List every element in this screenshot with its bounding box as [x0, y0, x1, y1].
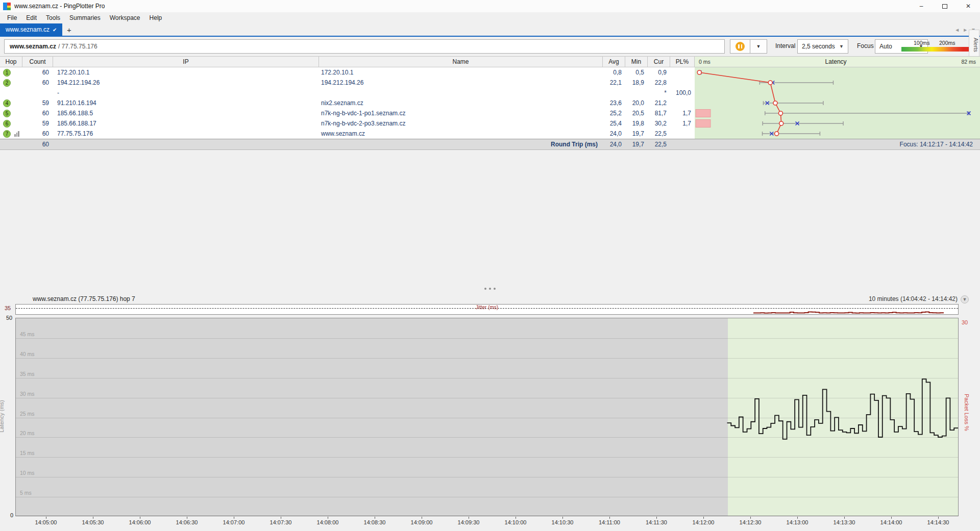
x-axis-tick	[609, 517, 610, 519]
trace-table-row[interactable]: -*100,0	[0, 88, 980, 98]
col-header-hop[interactable]: Hop	[0, 57, 22, 67]
chevron-down-icon[interactable]: ▼	[961, 295, 969, 304]
x-axis-label: 14:07:00	[212, 519, 255, 525]
footer-count: 60	[22, 139, 53, 149]
min-cell: 18,9	[625, 78, 648, 88]
col-header-count[interactable]: Count	[22, 57, 53, 67]
pl-cell: 1,7	[670, 118, 695, 129]
hop-cell: 7	[0, 129, 22, 139]
menu-tools[interactable]: Tools	[41, 12, 65, 23]
jitter-scale-max: 35	[5, 305, 11, 311]
interval-value: 2,5 seconds	[802, 43, 835, 50]
footer-hop-cell	[0, 139, 22, 149]
avg-cell: 23,6	[603, 98, 625, 108]
x-axis-label: 14:08:30	[353, 519, 396, 525]
menu-help[interactable]: Help	[145, 12, 167, 23]
x-axis-tick	[328, 517, 328, 519]
trace-table-header: Hop Count IP Name Avg Min Cur PL% 0 ms L…	[0, 56, 980, 67]
trace-table-row[interactable]: 76077.75.75.176www.seznam.cz24,019,722,5	[0, 129, 980, 139]
x-axis-label: 14:13:30	[823, 519, 866, 525]
latency-scale-max: 50	[6, 315, 12, 321]
trace-table-row[interactable]: 659185.66.188.17n7k-ng-b-vdc-2-po3.sezna…	[0, 118, 980, 129]
target-input[interactable]: www.seznam.cz / 77.75.75.176	[4, 39, 725, 54]
round-trip-row: 60 Round Trip (ms) 24,0 19,7 22,5 Focus:…	[0, 139, 980, 150]
close-button[interactable]: ✕	[957, 0, 980, 12]
x-axis-tick	[797, 517, 798, 519]
menu-edit[interactable]: Edit	[21, 12, 41, 23]
x-axis-tick	[844, 517, 845, 519]
cur-cell: 81,7	[648, 108, 670, 118]
x-axis-tick	[656, 517, 657, 519]
timeline-plot-area[interactable]: 45 ms40 ms35 ms30 ms25 ms20 ms15 ms10 ms…	[15, 318, 959, 516]
maximize-button[interactable]	[933, 0, 957, 12]
trace-table-row[interactable]: 45991.210.16.194nix2.seznam.cz23,620,021…	[0, 98, 980, 108]
col-header-min[interactable]: Min	[625, 57, 648, 67]
pause-icon	[736, 42, 745, 51]
tab-www-seznam-cz[interactable]: www.seznam.cz ✔	[0, 23, 62, 36]
pause-options-caret[interactable]: ▼	[750, 39, 767, 54]
minimize-button[interactable]: –	[910, 0, 933, 12]
latency-graph-cell	[695, 129, 980, 139]
x-axis-tick	[703, 517, 704, 519]
x-axis-label: 14:09:30	[447, 519, 490, 525]
cur-cell: 21,2	[648, 98, 670, 108]
latency-graph-cell	[695, 67, 980, 78]
packet-loss-axis-label: Packet Loss %	[964, 394, 970, 431]
tab-scroll-left-icon[interactable]: ◄	[954, 27, 960, 33]
menu-file[interactable]: File	[3, 12, 21, 23]
new-tab-button[interactable]: +	[62, 23, 76, 36]
x-axis-tick	[187, 517, 187, 519]
count-cell	[22, 88, 53, 98]
x-axis-label: 14:11:00	[588, 519, 631, 525]
alerts-side-tab[interactable]: Alerts	[969, 30, 979, 60]
trace-table-row[interactable]: 560185.66.188.5n7k-ng-b-vdc-1-po1.seznam…	[0, 108, 980, 118]
x-axis-label: 14:14:30	[917, 519, 960, 525]
col-header-ip[interactable]: IP	[53, 57, 319, 67]
x-axis-tick	[375, 517, 375, 519]
interval-select[interactable]: 2,5 seconds ▼	[797, 39, 848, 54]
trace-table-row[interactable]: 160172.20.10.1172.20.10.10,80,50,9	[0, 67, 980, 78]
tab-scroll-right-icon[interactable]: ►	[963, 27, 968, 33]
name-cell: nix2.seznam.cz	[319, 98, 603, 108]
jitter-line	[16, 305, 958, 314]
x-axis-label: 14:05:00	[24, 519, 67, 525]
col-header-latency[interactable]: 0 ms Latency 82 ms	[695, 57, 980, 67]
legend-100ms: 100ms	[914, 40, 930, 46]
target-host: www.seznam.cz	[10, 43, 56, 50]
col-header-avg[interactable]: Avg	[603, 57, 625, 67]
name-cell: 172.20.10.1	[319, 67, 603, 78]
count-cell: 59	[22, 118, 53, 129]
menu-workspace[interactable]: Workspace	[105, 12, 145, 23]
latency-step-line	[16, 318, 958, 516]
title-bar: www.seznam.cz - PingPlotter Pro – ✕	[0, 0, 980, 12]
panel-splitter-handle[interactable]	[439, 286, 541, 292]
ip-cell: 194.212.194.26	[53, 78, 319, 88]
menu-summaries[interactable]: Summaries	[65, 12, 105, 23]
cur-cell: 22,5	[648, 129, 670, 139]
menu-bar: File Edit Tools Summaries Workspace Help	[0, 12, 980, 23]
x-axis-tick	[938, 517, 939, 519]
avg-cell: 25,4	[603, 118, 625, 129]
pl-cell: 1,7	[670, 108, 695, 118]
trace-table-row[interactable]: 260194.212.194.26194.212.194.2622,118,92…	[0, 78, 980, 88]
cur-cell: *	[648, 88, 670, 98]
x-axis-label: 14:11:30	[635, 519, 678, 525]
timeline-range-selector[interactable]: 10 minutes (14:04:42 - 14:14:42)	[869, 295, 958, 302]
x-axis-label: 14:14:00	[870, 519, 913, 525]
x-axis-tick	[93, 517, 93, 519]
latency-color-legend: 100ms 200ms	[901, 40, 974, 53]
x-axis-tick	[140, 517, 140, 519]
tab-label: www.seznam.cz	[6, 26, 50, 33]
latency-axis-max: 82 ms	[961, 59, 976, 65]
pause-button[interactable]	[730, 39, 750, 54]
col-header-cur[interactable]: Cur	[648, 57, 670, 67]
avg-cell: 24,0	[603, 129, 625, 139]
col-header-name[interactable]: Name	[319, 57, 603, 67]
pl-cell	[670, 67, 695, 78]
footer-ip-cell	[53, 139, 319, 149]
col-header-pl[interactable]: PL%	[670, 57, 695, 67]
window-title: www.seznam.cz - PingPlotter Pro	[14, 3, 105, 10]
min-cell	[625, 88, 648, 98]
pl-cell	[670, 129, 695, 139]
x-axis-label: 14:05:30	[71, 519, 114, 525]
